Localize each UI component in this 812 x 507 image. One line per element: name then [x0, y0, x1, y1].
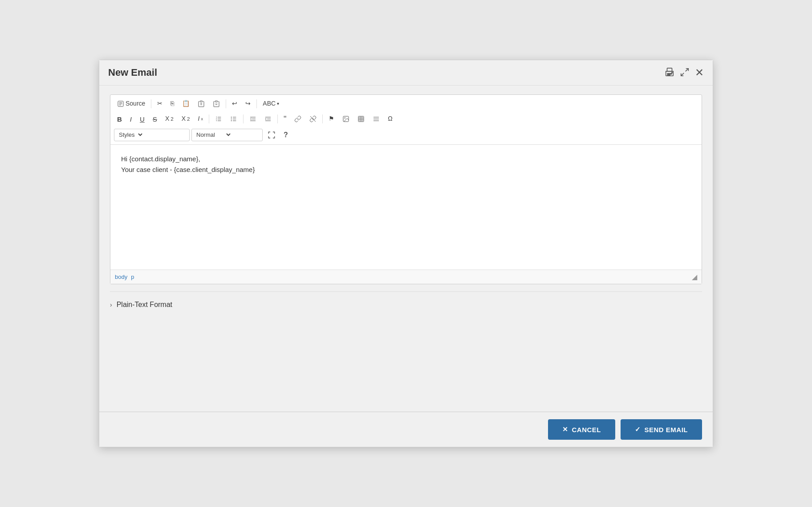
send-email-button[interactable]: ✓ SEND EMAIL [621, 419, 702, 440]
toolbar: Source ✂ ⎘ 📋 [110, 95, 702, 145]
editor-path: body p [115, 274, 134, 280]
italic-button[interactable]: I [127, 113, 135, 126]
toolbar-row-2: B I U S X2 X2 Ix 1. 2. [114, 112, 698, 127]
separator-2 [226, 99, 226, 108]
unordered-list-button[interactable] [227, 114, 240, 124]
svg-line-5 [681, 73, 684, 75]
svg-point-26 [231, 120, 232, 121]
ordered-list-button[interactable]: 1. 2. 3. [212, 114, 225, 124]
separator-4 [209, 114, 209, 123]
resize-handle[interactable]: ◢ [692, 273, 697, 281]
separator-1 [151, 99, 151, 108]
path-p[interactable]: p [131, 274, 134, 280]
superscript-button[interactable]: X2 [179, 113, 193, 125]
outdent-button[interactable] [246, 114, 260, 124]
svg-point-3 [672, 72, 673, 73]
image-button[interactable] [339, 114, 353, 124]
copy-button[interactable]: ⎘ [167, 98, 177, 110]
cut-button[interactable]: ✂ [154, 98, 166, 110]
svg-text:3.: 3. [216, 120, 217, 122]
separator-3 [256, 99, 257, 108]
svg-text:W: W [215, 102, 218, 105]
paste-button[interactable]: 📋 [179, 98, 193, 110]
dialog-title: New Email [108, 67, 157, 78]
editor-line-2: Your case client - {case.client_display_… [121, 164, 691, 175]
fullscreen-button[interactable] [264, 129, 279, 141]
toolbar-row-1: Source ✂ ⎘ 📋 [114, 98, 698, 110]
svg-line-4 [686, 68, 688, 71]
path-body[interactable]: body [115, 274, 127, 280]
separator-5 [243, 114, 244, 123]
expand-icon[interactable] [680, 67, 690, 78]
bold-button[interactable]: B [114, 113, 125, 126]
toolbar-row-3: Styles Normal Heading 1 Heading 2 Headin… [114, 128, 698, 142]
link-button[interactable] [291, 114, 304, 124]
close-icon[interactable]: ✕ [695, 66, 704, 79]
plain-text-section: › Plain-Text Format [110, 291, 702, 311]
header-icons: ✕ [665, 66, 704, 79]
undo-button[interactable]: ↩ [229, 98, 240, 110]
cancel-label: CANCEL [572, 426, 601, 433]
special-char-button[interactable]: Ω [385, 113, 395, 125]
svg-rect-0 [667, 68, 672, 71]
editor-line-1: Hi {contact.display_name}, [121, 154, 691, 164]
print-icon[interactable] [665, 67, 674, 78]
plain-text-header[interactable]: › Plain-Text Format [110, 299, 702, 311]
clear-format-button[interactable]: Ix [195, 113, 206, 125]
format-select[interactable]: Normal Heading 1 Heading 2 Heading 3 [195, 131, 232, 139]
styles-select-wrapper[interactable]: Styles [114, 129, 190, 141]
styles-select[interactable]: Styles [117, 131, 144, 139]
dialog-body: Source ✂ ⎘ 📋 [99, 86, 713, 412]
send-check-icon: ✓ [635, 425, 641, 433]
paste-text-button[interactable] [195, 98, 208, 109]
editor-footer: body p ◢ [110, 270, 702, 284]
blockquote-button[interactable]: " [280, 112, 289, 127]
new-email-dialog: New Email ✕ [99, 60, 713, 447]
help-button[interactable]: ? [280, 128, 291, 142]
strikethrough-button[interactable]: S [150, 113, 160, 126]
cancel-x-icon: ✕ [562, 425, 568, 433]
svg-rect-2 [667, 74, 670, 75]
dialog-footer: ✕ CANCEL ✓ SEND EMAIL [99, 412, 713, 447]
underline-button[interactable]: U [137, 113, 148, 126]
send-label: SEND EMAIL [644, 426, 688, 433]
editor-content[interactable]: Hi {contact.display_name}, Your case cli… [110, 145, 702, 270]
svg-point-25 [231, 119, 232, 119]
svg-rect-10 [200, 101, 203, 102]
separator-6 [277, 114, 278, 123]
subscript-button[interactable]: X2 [162, 113, 177, 125]
paste-word-button[interactable]: W [210, 98, 223, 109]
format-select-wrapper[interactable]: Normal Heading 1 Heading 2 Heading 3 [191, 129, 263, 141]
align-button[interactable] [369, 114, 383, 124]
unlink-button[interactable] [306, 114, 320, 124]
svg-point-24 [231, 117, 232, 118]
editor-wrapper: Source ✂ ⎘ 📋 [110, 94, 702, 284]
indent-button[interactable] [261, 114, 275, 124]
dialog-header: New Email ✕ [99, 60, 713, 86]
table-button[interactable] [354, 114, 368, 124]
flag-button[interactable]: ⚑ [325, 113, 337, 125]
chevron-right-icon: › [110, 301, 112, 308]
svg-rect-36 [358, 116, 364, 122]
source-button[interactable]: Source [114, 98, 148, 110]
redo-button[interactable]: ↪ [242, 98, 254, 110]
cancel-button[interactable]: ✕ CANCEL [548, 419, 615, 440]
svg-rect-13 [215, 101, 218, 102]
separator-7 [322, 114, 323, 123]
spellcheck-button[interactable]: ABC ▾ [260, 98, 282, 110]
plain-text-label: Plain-Text Format [117, 301, 172, 309]
svg-point-35 [345, 118, 345, 119]
svg-rect-1 [667, 73, 671, 74]
